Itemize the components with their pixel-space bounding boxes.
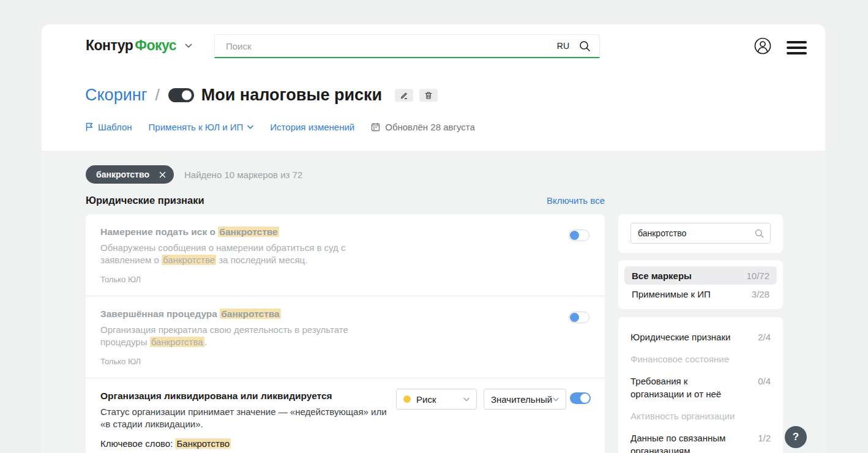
category-count: 2/4 bbox=[758, 331, 771, 343]
app-window: Контур Фокус RU Скоринг / Мои налоговые … bbox=[42, 24, 825, 453]
marker-title: Завершённая процедура банкротства bbox=[100, 309, 406, 320]
group-count: 10/72 bbox=[746, 271, 769, 281]
group-all-markers[interactable]: Все маркеры 10/72 bbox=[624, 266, 777, 285]
chevron-down-icon bbox=[463, 397, 470, 402]
marker-toggle[interactable] bbox=[569, 230, 589, 241]
toggle-model-icon bbox=[168, 88, 195, 103]
global-search: RU bbox=[214, 34, 600, 58]
category-count: 0/4 bbox=[758, 375, 771, 400]
search-input[interactable] bbox=[215, 41, 557, 51]
help-button[interactable]: ? bbox=[785, 426, 807, 448]
chevron-down-icon bbox=[553, 397, 559, 402]
highlighted-keyword: банкротства bbox=[220, 309, 280, 319]
content-area: банкротство Найдено 10 маркеров из 72 Юр… bbox=[42, 151, 825, 453]
filter-row: банкротство Найдено 10 маркеров из 72 bbox=[86, 165, 302, 184]
section-title: Юридические признаки bbox=[86, 195, 204, 206]
marker-filter-input[interactable] bbox=[631, 228, 755, 238]
enable-all-link[interactable]: Включить все bbox=[547, 195, 605, 206]
user-avatar-icon[interactable] bbox=[754, 37, 771, 54]
marker-toggle[interactable] bbox=[569, 312, 589, 323]
search-icon[interactable] bbox=[755, 229, 764, 238]
breadcrumb-scoring[interactable]: Скоринг bbox=[85, 86, 148, 105]
chevron-down-icon[interactable] bbox=[185, 43, 192, 48]
logo-kontur: Контур bbox=[86, 37, 133, 54]
edit-button[interactable] bbox=[395, 89, 413, 102]
subnav: Шаблон Применять к ЮЛ и ИП История измен… bbox=[86, 122, 475, 132]
category-legal[interactable]: Юридические признаки 2/4 bbox=[630, 331, 771, 343]
risk-type-select[interactable]: Риск bbox=[396, 389, 477, 410]
search-icon[interactable] bbox=[579, 40, 591, 52]
updated-label: Обновлён 28 августа bbox=[371, 122, 475, 132]
chevron-down-icon bbox=[247, 125, 253, 129]
menu-hamburger-icon[interactable] bbox=[787, 41, 807, 54]
group-count: 3/28 bbox=[752, 289, 769, 299]
category-related-orgs[interactable]: Данные по связанным организациям 1/2 bbox=[630, 432, 771, 453]
marker-title: Намерение подать иск о банкротстве bbox=[100, 226, 406, 238]
calendar-icon bbox=[371, 122, 380, 132]
highlighted-keyword: банкротстве bbox=[218, 226, 279, 237]
breadcrumb-separator: / bbox=[155, 86, 160, 105]
marker-title: Организация ликвидирована или ликвидируе… bbox=[100, 391, 406, 402]
highlighted-keyword: банкротстве bbox=[162, 255, 216, 265]
category-activity: Активность организации bbox=[630, 410, 771, 422]
severity-select[interactable]: Значительный bbox=[484, 389, 566, 410]
template-link[interactable]: Шаблон bbox=[86, 122, 132, 132]
marker-card: Завершённая процедура банкротства Органи… bbox=[86, 296, 605, 378]
sidebar-groups-card: Все маркеры 10/72 Применимые к ИП 3/28 bbox=[618, 260, 783, 309]
marker-description: Организация прекратила свою деятельность… bbox=[100, 324, 393, 348]
group-applicable-ip[interactable]: Применимые к ИП 3/28 bbox=[624, 285, 777, 303]
chip-close-icon[interactable] bbox=[159, 171, 166, 178]
category-financial: Финансовое состояние bbox=[630, 353, 771, 365]
apply-to-dropdown[interactable]: Применять к ЮЛ и ИП bbox=[149, 122, 254, 132]
marker-card: Намерение подать иск о банкротстве Обнар… bbox=[86, 214, 605, 296]
app-logo[interactable]: Контур Фокус bbox=[86, 37, 192, 54]
language-switcher[interactable]: RU bbox=[557, 41, 569, 51]
markers-list: Намерение подать иск о банкротстве Обнар… bbox=[86, 214, 605, 453]
highlighted-keyword: банкротства bbox=[150, 337, 204, 347]
sidebar-categories-card: Юридические признаки 2/4 Финансовое сост… bbox=[618, 317, 783, 453]
highlighted-keyword: Банкротство bbox=[175, 438, 231, 449]
section-header: Юридические признаки Включить все bbox=[86, 195, 605, 206]
marker-scope: Только ЮЛ bbox=[100, 357, 590, 366]
marker-description: Обнаружены сообщения о намерении обратит… bbox=[100, 242, 393, 266]
marker-scope: Только ЮЛ bbox=[100, 275, 590, 284]
results-count: Найдено 10 маркеров из 72 bbox=[184, 170, 302, 180]
logo-fokus: Фокус bbox=[135, 37, 176, 54]
flag-icon bbox=[86, 122, 94, 132]
delete-button[interactable] bbox=[419, 89, 438, 102]
sidebar-search-card bbox=[618, 214, 783, 253]
marker-card: Организация ликвидирована или ликвидируе… bbox=[86, 378, 605, 453]
marker-description: Статус организации принимает значение — … bbox=[100, 406, 393, 430]
category-requirements[interactable]: Требования к организации и от неё 0/4 bbox=[630, 375, 771, 400]
title-bar: Скоринг / Мои налоговые риски bbox=[85, 86, 438, 105]
marker-toggle[interactable] bbox=[570, 392, 591, 404]
marker-keyword-line: Ключевое слово: Банкротство bbox=[100, 438, 590, 449]
page-title: Мои налоговые риски bbox=[201, 86, 382, 105]
history-link[interactable]: История изменений bbox=[270, 122, 354, 132]
filter-chip[interactable]: банкротство bbox=[86, 165, 174, 184]
category-count: 1/2 bbox=[758, 432, 771, 453]
risk-yellow-dot-icon bbox=[403, 395, 411, 403]
